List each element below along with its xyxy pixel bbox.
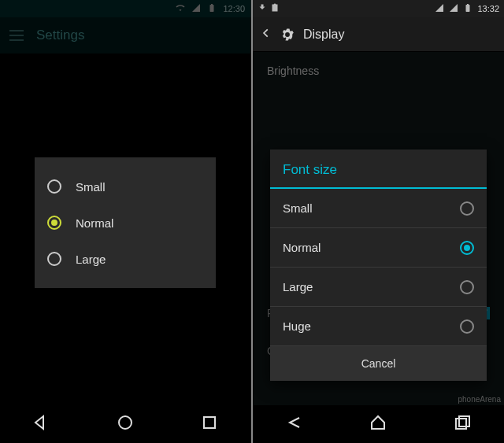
radio-icon xyxy=(460,201,474,216)
option-label: Small xyxy=(76,180,106,194)
option-label: Large xyxy=(283,280,313,293)
radio-icon xyxy=(460,319,474,334)
status-clock: 13:32 xyxy=(477,4,499,13)
nav-back-button[interactable] xyxy=(285,413,304,435)
page-title: Display xyxy=(303,28,344,42)
option-large[interactable]: Large xyxy=(270,268,487,307)
option-label: Huge xyxy=(283,319,311,333)
svg-point-0 xyxy=(119,416,132,429)
radio-icon xyxy=(47,216,61,230)
nav-recents-button[interactable] xyxy=(453,413,472,435)
status-bar: 13:32 xyxy=(253,0,504,17)
svg-rect-2 xyxy=(456,419,466,429)
option-label: Small xyxy=(283,201,313,215)
gear-icon xyxy=(280,27,295,42)
clipboard-icon xyxy=(270,3,280,14)
watermark: phoneArena xyxy=(458,395,502,404)
font-size-dialog: Font size Small Normal Large Huge Ca xyxy=(270,150,487,381)
option-small[interactable]: Small xyxy=(270,189,487,228)
nav-home-button[interactable] xyxy=(116,413,135,435)
svg-rect-1 xyxy=(204,417,215,428)
signal-icon xyxy=(435,3,444,14)
radio-icon xyxy=(47,179,61,194)
radio-icon xyxy=(460,241,474,255)
radio-icon xyxy=(460,280,474,294)
back-chevron-icon[interactable] xyxy=(261,28,272,42)
radio-icon xyxy=(47,252,61,266)
download-icon xyxy=(258,3,267,14)
nav-back-button[interactable] xyxy=(32,413,51,435)
cancel-button[interactable]: Cancel xyxy=(270,346,487,381)
option-normal[interactable]: Normal xyxy=(270,228,487,268)
option-label: Normal xyxy=(283,241,321,254)
font-size-dialog: Small Normal Large xyxy=(35,157,216,288)
navigation-bar xyxy=(0,405,251,443)
option-normal[interactable]: Normal xyxy=(47,205,203,241)
right-phone: 13:32 Display Brightness Pulse notificat… xyxy=(253,0,504,443)
navigation-bar xyxy=(253,405,504,443)
nav-home-button[interactable] xyxy=(369,413,387,435)
settings-content: Brightness Pulse notification light Cast… xyxy=(253,52,504,405)
battery-icon xyxy=(463,3,472,14)
option-huge[interactable]: Huge xyxy=(270,307,487,346)
nav-recents-button[interactable] xyxy=(200,413,219,435)
app-bar: Display xyxy=(253,17,504,52)
signal-icon xyxy=(449,3,458,14)
option-label: Large xyxy=(76,253,106,266)
dialog-title: Font size xyxy=(270,150,487,189)
option-small[interactable]: Small xyxy=(47,168,203,205)
left-phone: 12:30 Settings Small Normal Large xyxy=(0,0,251,443)
option-label: Normal xyxy=(76,216,113,230)
svg-rect-3 xyxy=(459,416,469,426)
option-large[interactable]: Large xyxy=(47,241,203,277)
